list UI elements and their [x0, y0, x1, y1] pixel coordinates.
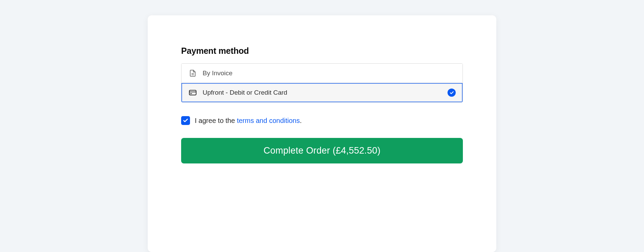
svg-rect-2 [189, 90, 196, 95]
payment-card: Payment method By Invoice [148, 15, 496, 252]
file-text-icon [188, 69, 197, 78]
payment-option-invoice[interactable]: By Invoice [181, 64, 463, 83]
submit-label-prefix: Complete Order [264, 145, 330, 156]
payment-option-label: Upfront - Debit or Credit Card [203, 89, 287, 96]
complete-order-button[interactable]: Complete Order (£4,552.50) [181, 138, 463, 163]
consent-text: I agree to the terms and conditions. [195, 117, 302, 125]
section-title: Payment method [181, 46, 463, 56]
credit-card-icon [188, 88, 197, 97]
consent-suffix: . [300, 117, 302, 124]
submit-amount: £4,552.50 [336, 145, 377, 156]
payment-option-card[interactable]: Upfront - Debit or Credit Card [181, 83, 463, 102]
payment-options: By Invoice Upfront - Debit or Credit Car… [181, 63, 463, 103]
consent-row: I agree to the terms and conditions. [181, 116, 463, 125]
terms-link[interactable]: terms and conditions [237, 117, 300, 124]
payment-option-label: By Invoice [203, 69, 233, 77]
selected-check-icon [448, 89, 456, 97]
terms-checkbox[interactable] [181, 116, 190, 125]
consent-prefix: I agree to the [195, 117, 237, 124]
submit-amount-wrap: (£4,552.50) [333, 145, 380, 156]
